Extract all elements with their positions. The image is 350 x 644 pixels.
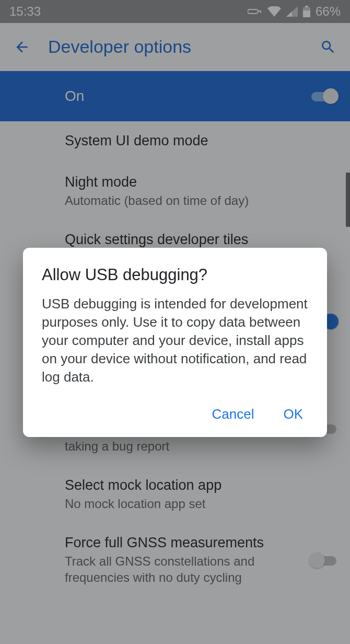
usb-debugging-dialog: Allow USB debugging? USB debugging is in… bbox=[23, 248, 327, 437]
cancel-button[interactable]: Cancel bbox=[208, 402, 257, 427]
screen: 15:33 66% Developer options On System UI… bbox=[0, 0, 350, 644]
dialog-body: USB debugging is intended for developmen… bbox=[42, 295, 308, 386]
ok-button[interactable]: OK bbox=[280, 402, 306, 427]
dialog-actions: Cancel OK bbox=[42, 402, 308, 427]
dialog-title: Allow USB debugging? bbox=[42, 266, 308, 284]
